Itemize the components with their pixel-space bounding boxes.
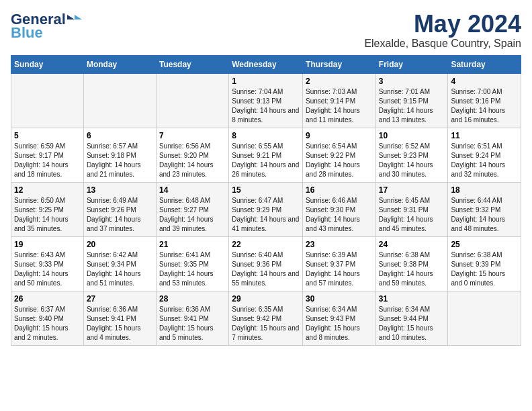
- title-block: May 2024 Elexalde, Basque Country, Spain: [364, 11, 521, 50]
- day-info: Sunrise: 6:59 AMSunset: 9:17 PMDaylight:…: [14, 142, 81, 179]
- week-row-1: 1Sunrise: 7:04 AMSunset: 9:13 PMDaylight…: [11, 73, 521, 128]
- day-info: Sunrise: 6:44 AMSunset: 9:32 PMDaylight:…: [451, 196, 518, 234]
- day-info: Sunrise: 7:03 AMSunset: 9:14 PMDaylight:…: [306, 87, 373, 125]
- day-cell: 7Sunrise: 6:56 AMSunset: 9:20 PMDaylight…: [156, 128, 228, 182]
- week-row-4: 19Sunrise: 6:43 AMSunset: 9:33 PMDayligh…: [11, 236, 521, 291]
- day-info: Sunrise: 6:40 AMSunset: 9:36 PMDaylight:…: [232, 250, 300, 288]
- day-cell: 11Sunrise: 6:51 AMSunset: 9:24 PMDayligh…: [448, 128, 521, 182]
- day-number: 1: [232, 77, 300, 86]
- day-info: Sunrise: 6:54 AMSunset: 9:22 PMDaylight:…: [306, 142, 373, 179]
- day-info: Sunrise: 6:45 AMSunset: 9:31 PMDaylight:…: [379, 196, 445, 234]
- day-info: Sunrise: 6:36 AMSunset: 9:41 PMDaylight:…: [159, 305, 226, 342]
- day-cell: 13Sunrise: 6:49 AMSunset: 9:26 PMDayligh…: [83, 182, 156, 236]
- logo-blue: Blue: [11, 24, 43, 42]
- day-number: 5: [14, 131, 81, 140]
- day-cell: 25Sunrise: 6:38 AMSunset: 9:39 PMDayligh…: [448, 236, 521, 291]
- day-number: 6: [87, 131, 153, 140]
- day-cell: 12Sunrise: 6:50 AMSunset: 9:25 PMDayligh…: [11, 182, 84, 236]
- day-number: 23: [306, 240, 373, 249]
- day-number: 30: [306, 294, 373, 304]
- day-cell: 14Sunrise: 6:48 AMSunset: 9:27 PMDayligh…: [156, 182, 228, 236]
- day-cell: 9Sunrise: 6:54 AMSunset: 9:22 PMDaylight…: [303, 128, 376, 182]
- day-cell: 6Sunrise: 6:57 AMSunset: 9:18 PMDaylight…: [83, 128, 156, 182]
- day-cell: 3Sunrise: 7:01 AMSunset: 9:15 PMDaylight…: [375, 73, 448, 128]
- day-cell: 31Sunrise: 6:34 AMSunset: 9:44 PMDayligh…: [375, 291, 448, 345]
- day-number: 8: [232, 131, 300, 140]
- day-cell: 15Sunrise: 6:47 AMSunset: 9:29 PMDayligh…: [229, 182, 303, 236]
- day-number: 19: [14, 240, 81, 249]
- day-cell: 29Sunrise: 6:35 AMSunset: 9:42 PMDayligh…: [229, 291, 303, 345]
- day-info: Sunrise: 6:41 AMSunset: 9:35 PMDaylight:…: [159, 250, 226, 288]
- day-number: 20: [87, 240, 153, 249]
- day-info: Sunrise: 6:35 AMSunset: 9:42 PMDaylight:…: [232, 305, 300, 342]
- day-number: 26: [14, 294, 81, 304]
- day-cell: 20Sunrise: 6:42 AMSunset: 9:34 PMDayligh…: [83, 236, 156, 291]
- day-cell: 5Sunrise: 6:59 AMSunset: 9:17 PMDaylight…: [11, 128, 84, 182]
- day-number: 22: [232, 240, 300, 249]
- day-info: Sunrise: 6:34 AMSunset: 9:43 PMDaylight:…: [306, 305, 373, 342]
- svg-marker-1: [67, 15, 75, 19]
- day-info: Sunrise: 6:47 AMSunset: 9:29 PMDaylight:…: [232, 196, 300, 234]
- day-number: 17: [379, 185, 445, 195]
- day-info: Sunrise: 6:36 AMSunset: 9:41 PMDaylight:…: [87, 305, 153, 342]
- col-header-sunday: Sunday: [11, 55, 84, 73]
- day-cell: 17Sunrise: 6:45 AMSunset: 9:31 PMDayligh…: [375, 182, 448, 236]
- month-title: May 2024: [364, 11, 521, 38]
- day-number: 24: [379, 240, 445, 249]
- day-info: Sunrise: 6:55 AMSunset: 9:21 PMDaylight:…: [232, 142, 300, 179]
- day-cell: [448, 291, 521, 345]
- day-info: Sunrise: 6:38 AMSunset: 9:38 PMDaylight:…: [379, 250, 445, 288]
- day-cell: 27Sunrise: 6:36 AMSunset: 9:41 PMDayligh…: [83, 291, 156, 345]
- day-number: 15: [232, 185, 300, 195]
- col-header-wednesday: Wednesday: [229, 55, 303, 73]
- day-info: Sunrise: 6:50 AMSunset: 9:25 PMDaylight:…: [14, 196, 81, 234]
- col-header-friday: Friday: [375, 55, 448, 73]
- day-cell: 16Sunrise: 6:46 AMSunset: 9:30 PMDayligh…: [303, 182, 376, 236]
- day-number: 31: [379, 294, 445, 304]
- day-info: Sunrise: 6:56 AMSunset: 9:20 PMDaylight:…: [159, 142, 226, 179]
- day-cell: 18Sunrise: 6:44 AMSunset: 9:32 PMDayligh…: [448, 182, 521, 236]
- day-number: 18: [451, 185, 518, 195]
- logo-bird-icon: [67, 12, 82, 27]
- day-number: 12: [14, 185, 81, 195]
- day-number: 16: [306, 185, 373, 195]
- day-cell: 21Sunrise: 6:41 AMSunset: 9:35 PMDayligh…: [156, 236, 228, 291]
- day-info: Sunrise: 6:51 AMSunset: 9:24 PMDaylight:…: [451, 142, 518, 179]
- day-cell: 1Sunrise: 7:04 AMSunset: 9:13 PMDaylight…: [229, 73, 303, 128]
- day-number: 3: [379, 77, 445, 86]
- day-cell: 26Sunrise: 6:37 AMSunset: 9:40 PMDayligh…: [11, 291, 84, 345]
- day-cell: 30Sunrise: 6:34 AMSunset: 9:43 PMDayligh…: [303, 291, 376, 345]
- week-row-2: 5Sunrise: 6:59 AMSunset: 9:17 PMDaylight…: [11, 128, 521, 182]
- day-cell: 4Sunrise: 7:00 AMSunset: 9:16 PMDaylight…: [448, 73, 521, 128]
- day-number: 28: [159, 294, 226, 304]
- day-info: Sunrise: 6:42 AMSunset: 9:34 PMDaylight:…: [87, 250, 153, 288]
- col-header-saturday: Saturday: [448, 55, 521, 73]
- day-info: Sunrise: 6:37 AMSunset: 9:40 PMDaylight:…: [14, 305, 81, 342]
- day-cell: 19Sunrise: 6:43 AMSunset: 9:33 PMDayligh…: [11, 236, 84, 291]
- day-cell: 2Sunrise: 7:03 AMSunset: 9:14 PMDaylight…: [303, 73, 376, 128]
- week-row-3: 12Sunrise: 6:50 AMSunset: 9:25 PMDayligh…: [11, 182, 521, 236]
- day-cell: [11, 73, 84, 128]
- day-info: Sunrise: 6:43 AMSunset: 9:33 PMDaylight:…: [14, 250, 81, 288]
- day-number: 14: [159, 185, 226, 195]
- location-title: Elexalde, Basque Country, Spain: [364, 38, 521, 50]
- svg-marker-0: [75, 15, 82, 19]
- day-info: Sunrise: 6:52 AMSunset: 9:23 PMDaylight:…: [379, 142, 445, 179]
- day-info: Sunrise: 7:00 AMSunset: 9:16 PMDaylight:…: [451, 87, 518, 125]
- day-number: 25: [451, 240, 518, 249]
- day-number: 29: [232, 294, 300, 304]
- day-number: 4: [451, 77, 518, 86]
- day-cell: 24Sunrise: 6:38 AMSunset: 9:38 PMDayligh…: [375, 236, 448, 291]
- day-number: 27: [87, 294, 153, 304]
- day-info: Sunrise: 7:01 AMSunset: 9:15 PMDaylight:…: [379, 87, 445, 125]
- header-row: SundayMondayTuesdayWednesdayThursdayFrid…: [11, 55, 521, 73]
- day-cell: [156, 73, 228, 128]
- day-number: 10: [379, 131, 445, 140]
- week-row-5: 26Sunrise: 6:37 AMSunset: 9:40 PMDayligh…: [11, 291, 521, 345]
- day-info: Sunrise: 6:57 AMSunset: 9:18 PMDaylight:…: [87, 142, 153, 179]
- col-header-thursday: Thursday: [303, 55, 376, 73]
- day-info: Sunrise: 6:46 AMSunset: 9:30 PMDaylight:…: [306, 196, 373, 234]
- day-cell: 22Sunrise: 6:40 AMSunset: 9:36 PMDayligh…: [229, 236, 303, 291]
- day-number: 9: [306, 131, 373, 140]
- day-cell: 10Sunrise: 6:52 AMSunset: 9:23 PMDayligh…: [375, 128, 448, 182]
